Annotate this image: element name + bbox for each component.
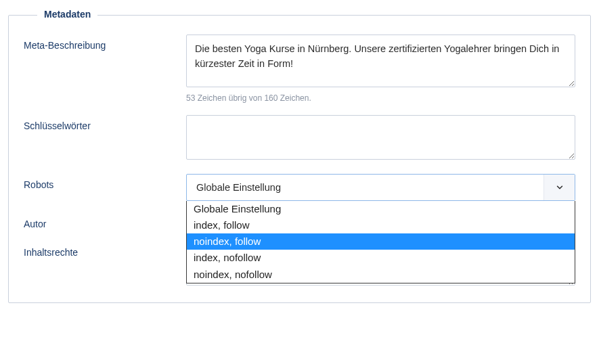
robots-option[interactable]: noindex, follow xyxy=(187,233,575,250)
meta-description-textarea[interactable] xyxy=(186,35,575,87)
row-keywords: Schlüsselwörter xyxy=(24,115,575,162)
robots-option[interactable]: noindex, nofollow xyxy=(187,267,575,283)
robots-option[interactable]: index, follow xyxy=(187,217,575,233)
keywords-textarea[interactable] xyxy=(186,115,575,160)
meta-description-label: Meta-Beschreibung xyxy=(24,35,186,51)
author-label: Autor xyxy=(24,213,186,229)
chevron-down-icon xyxy=(543,175,575,200)
robots-label: Robots xyxy=(24,174,186,190)
row-meta-description: Meta-Beschreibung 53 Zeichen übrig von 1… xyxy=(24,35,575,103)
fieldset-legend: Metadaten xyxy=(37,9,97,20)
metadata-fieldset: Metadaten Meta-Beschreibung 53 Zeichen ü… xyxy=(8,15,591,303)
keywords-label: Schlüsselwörter xyxy=(24,115,186,131)
robots-option[interactable]: index, nofollow xyxy=(187,250,575,266)
meta-description-helper: 53 Zeichen übrig von 160 Zeichen. xyxy=(186,93,575,103)
robots-dropdown: Globale Einstellung index, follow noinde… xyxy=(186,201,575,283)
robots-select[interactable]: Globale Einstellung Globale Einstellung … xyxy=(186,174,575,201)
row-robots: Robots Globale Einstellung Globale Einst… xyxy=(24,174,575,201)
robots-select-display[interactable]: Globale Einstellung xyxy=(186,174,575,201)
robots-selected-text: Globale Einstellung xyxy=(187,182,290,193)
robots-option[interactable]: Globale Einstellung xyxy=(187,201,575,217)
rights-label: Inhaltsrechte xyxy=(24,242,186,258)
